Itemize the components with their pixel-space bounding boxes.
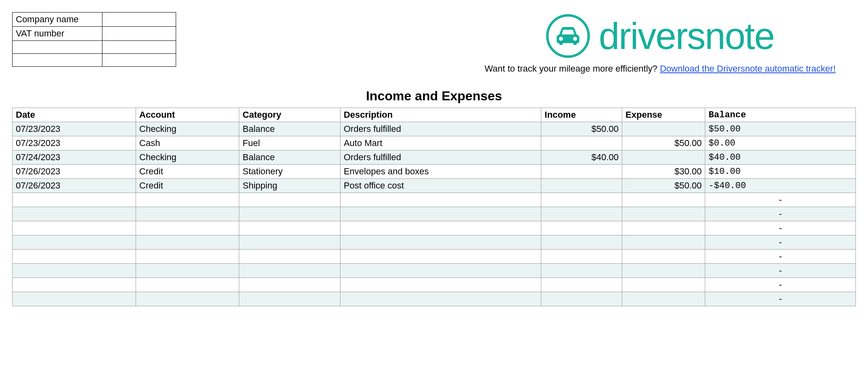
- cell-description[interactable]: [340, 221, 541, 235]
- cell-income[interactable]: [541, 221, 622, 235]
- cell-description[interactable]: [340, 235, 541, 250]
- company-row: [13, 41, 176, 54]
- cell-date[interactable]: [13, 193, 136, 207]
- cta-link[interactable]: Download the Driversnote automatic track…: [660, 64, 836, 74]
- cell-expense[interactable]: $50.00: [622, 136, 705, 150]
- cell-category[interactable]: [239, 235, 340, 250]
- cell-balance[interactable]: $50.00: [705, 122, 856, 136]
- cell-date[interactable]: [13, 207, 136, 221]
- cell-expense[interactable]: $30.00: [622, 165, 705, 179]
- cell-category[interactable]: Fuel: [239, 136, 340, 150]
- cell-income[interactable]: $40.00: [541, 150, 622, 165]
- cell-balance[interactable]: $40.00: [705, 150, 856, 165]
- cell-account[interactable]: Cash: [136, 136, 239, 150]
- cell-expense[interactable]: [622, 292, 705, 306]
- cell-income[interactable]: [541, 179, 622, 193]
- cell-balance[interactable]: -: [705, 221, 856, 235]
- cell-description[interactable]: [340, 264, 541, 278]
- company-row-value[interactable]: [102, 13, 176, 27]
- cell-income[interactable]: [541, 136, 622, 150]
- cell-date[interactable]: 07/23/2023: [13, 122, 136, 136]
- cell-description[interactable]: Post office cost: [340, 179, 541, 193]
- cell-account[interactable]: Credit: [136, 179, 239, 193]
- cell-balance[interactable]: $10.00: [705, 165, 856, 179]
- company-row-value[interactable]: [102, 27, 176, 41]
- cell-description[interactable]: Auto Mart: [340, 136, 541, 150]
- cell-balance[interactable]: -: [705, 264, 856, 278]
- cell-expense[interactable]: [622, 235, 705, 250]
- cell-date[interactable]: [13, 278, 136, 292]
- cell-description[interactable]: [340, 193, 541, 207]
- cell-account[interactable]: [136, 207, 239, 221]
- cell-description[interactable]: [340, 250, 541, 264]
- cell-account[interactable]: Checking: [136, 122, 239, 136]
- cell-description[interactable]: [340, 207, 541, 221]
- cell-category[interactable]: Balance: [239, 150, 340, 165]
- cell-category[interactable]: [239, 193, 340, 207]
- cell-date[interactable]: [13, 250, 136, 264]
- cell-category[interactable]: [239, 250, 340, 264]
- cell-account[interactable]: [136, 292, 239, 306]
- cell-income[interactable]: [541, 235, 622, 250]
- cell-account[interactable]: [136, 193, 239, 207]
- cell-account[interactable]: [136, 278, 239, 292]
- cell-income[interactable]: [541, 207, 622, 221]
- cell-income[interactable]: [541, 278, 622, 292]
- cell-expense[interactable]: [622, 193, 705, 207]
- cell-date[interactable]: [13, 292, 136, 306]
- table-row: 07/26/2023CreditStationeryEnvelopes and …: [13, 165, 856, 179]
- cell-date[interactable]: [13, 235, 136, 250]
- cell-account[interactable]: [136, 264, 239, 278]
- cell-balance[interactable]: -: [705, 278, 856, 292]
- cell-description[interactable]: Orders fulfilled: [340, 122, 541, 136]
- header-income: Income: [541, 108, 622, 122]
- cell-income[interactable]: $50.00: [541, 122, 622, 136]
- cell-category[interactable]: [239, 221, 340, 235]
- cell-category[interactable]: Balance: [239, 122, 340, 136]
- cell-expense[interactable]: [622, 207, 705, 221]
- cell-date[interactable]: 07/26/2023: [13, 165, 136, 179]
- cell-description[interactable]: [340, 278, 541, 292]
- company-row-value[interactable]: [102, 41, 176, 54]
- cell-date[interactable]: [13, 264, 136, 278]
- cell-income[interactable]: [541, 250, 622, 264]
- cell-description[interactable]: Envelopes and boxes: [340, 165, 541, 179]
- cell-category[interactable]: Shipping: [239, 179, 340, 193]
- cell-income[interactable]: [541, 264, 622, 278]
- cell-balance[interactable]: -: [705, 292, 856, 306]
- cell-description[interactable]: Orders fulfilled: [340, 150, 541, 165]
- cell-balance[interactable]: -: [705, 250, 856, 264]
- cell-income[interactable]: [541, 165, 622, 179]
- cell-category[interactable]: Stationery: [239, 165, 340, 179]
- cell-expense[interactable]: $50.00: [622, 179, 705, 193]
- company-row-value[interactable]: [102, 54, 176, 67]
- cell-account[interactable]: Checking: [136, 150, 239, 165]
- header-balance: Balance: [705, 108, 856, 122]
- cell-balance[interactable]: $0.00: [705, 136, 856, 150]
- cell-category[interactable]: [239, 207, 340, 221]
- cell-account[interactable]: Credit: [136, 165, 239, 179]
- cell-date[interactable]: 07/23/2023: [13, 136, 136, 150]
- cell-expense[interactable]: [622, 250, 705, 264]
- cell-expense[interactable]: [622, 278, 705, 292]
- cell-account[interactable]: [136, 235, 239, 250]
- cell-expense[interactable]: [622, 221, 705, 235]
- cell-balance[interactable]: -$40.00: [705, 179, 856, 193]
- cell-balance[interactable]: -: [705, 235, 856, 250]
- cell-income[interactable]: [541, 193, 622, 207]
- cell-category[interactable]: [239, 292, 340, 306]
- cell-account[interactable]: [136, 250, 239, 264]
- cell-account[interactable]: [136, 221, 239, 235]
- cell-category[interactable]: [239, 278, 340, 292]
- cell-balance[interactable]: -: [705, 193, 856, 207]
- cell-expense[interactable]: [622, 264, 705, 278]
- cell-description[interactable]: [340, 292, 541, 306]
- cell-income[interactable]: [541, 292, 622, 306]
- cell-category[interactable]: [239, 264, 340, 278]
- cell-date[interactable]: 07/24/2023: [13, 150, 136, 165]
- cell-date[interactable]: 07/26/2023: [13, 179, 136, 193]
- cell-balance[interactable]: -: [705, 207, 856, 221]
- cell-expense[interactable]: [622, 122, 705, 136]
- cell-expense[interactable]: [622, 150, 705, 165]
- cell-date[interactable]: [13, 221, 136, 235]
